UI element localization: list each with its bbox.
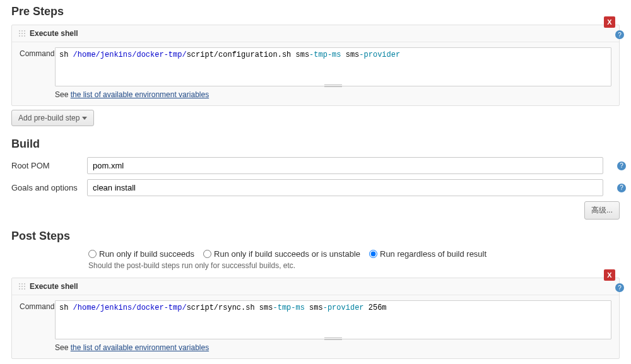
post-steps-shell-panel: X ? Execute shell Command sh /home/jenki… <box>11 278 620 359</box>
post-steps-radio-group: Run only if build succeeds Run only if b… <box>0 247 631 260</box>
env-vars-hint: See the list of available environment va… <box>55 343 611 352</box>
goals-label: Goals and options <box>11 183 87 192</box>
radio-regardless[interactable]: Run regardless of build result <box>369 249 487 259</box>
panel-header: Execute shell <box>12 278 619 295</box>
pre-steps-shell-panel: X ? Execute shell Command sh /home/jenki… <box>11 25 620 106</box>
pre-steps-title: Pre Steps <box>0 0 631 22</box>
build-title: Build <box>0 132 631 155</box>
radio-succeeds-input[interactable] <box>88 250 97 258</box>
resize-grip-icon[interactable] <box>324 85 342 87</box>
root-pom-label: Root POM <box>11 161 87 170</box>
env-vars-link[interactable]: the list of available environment variab… <box>71 90 209 99</box>
radio-unstable-input[interactable] <box>203 250 211 258</box>
radio-succeeds[interactable]: Run only if build succeeds <box>88 249 194 259</box>
add-pre-build-step-button[interactable]: Add pre-build step <box>11 110 94 126</box>
advanced-button[interactable]: 高级... <box>584 201 620 220</box>
command-textarea[interactable]: sh /home/jenkins/docker-tmp/script/confi… <box>55 47 611 86</box>
command-label: Command <box>20 47 55 58</box>
command-label: Command <box>20 300 55 311</box>
help-icon[interactable]: ? <box>617 161 626 170</box>
post-steps-title: Post Steps <box>0 225 631 247</box>
help-icon[interactable]: ? <box>617 184 626 192</box>
execute-shell-label: Execute shell <box>30 29 78 38</box>
drag-grip-icon[interactable] <box>18 283 26 290</box>
radio-regardless-input[interactable] <box>369 250 377 258</box>
execute-shell-label: Execute shell <box>30 282 78 291</box>
radio-unstable[interactable]: Run only if build succeeds or is unstabl… <box>203 249 360 259</box>
command-textarea[interactable]: sh /home/jenkins/docker-tmp/script/rsync… <box>55 300 611 339</box>
env-vars-link[interactable]: the list of available environment variab… <box>71 343 209 352</box>
resize-grip-icon[interactable] <box>324 338 342 340</box>
panel-header: Execute shell <box>12 25 619 42</box>
drag-grip-icon[interactable] <box>18 30 26 37</box>
root-pom-input[interactable] <box>87 157 603 174</box>
post-steps-hint: Should the post-build steps run only for… <box>0 260 631 275</box>
goals-input[interactable] <box>87 179 603 196</box>
caret-down-icon <box>82 117 87 120</box>
env-vars-hint: See the list of available environment va… <box>55 90 611 99</box>
